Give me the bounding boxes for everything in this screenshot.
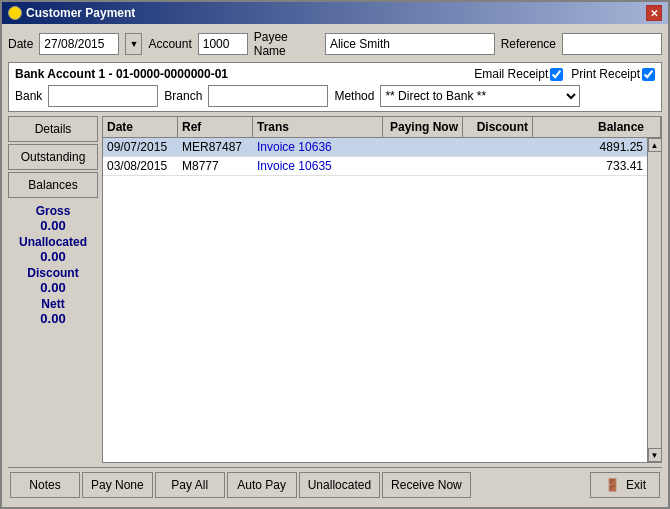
- table-body: 09/07/2015 MER87487 Invoice 10636 4891.2…: [103, 138, 647, 462]
- nett-label: Nett: [8, 297, 98, 311]
- scrollbar[interactable]: ▲ ▼: [647, 138, 661, 462]
- auto-pay-button[interactable]: Auto Pay: [227, 472, 297, 498]
- details-tab[interactable]: Details: [8, 116, 98, 142]
- col-date: Date: [103, 117, 178, 137]
- account-label: Account: [148, 37, 191, 51]
- gross-label: Gross: [8, 204, 98, 218]
- invoice-table: Date Ref Trans Paying Now Discount Balan…: [102, 116, 662, 463]
- receive-now-button[interactable]: Receive Now: [382, 472, 471, 498]
- cell-trans: Invoice 10636: [253, 138, 383, 156]
- gross-item: Gross 0.00: [8, 204, 98, 233]
- outstanding-tab[interactable]: Outstanding: [8, 144, 98, 170]
- cell-trans: Invoice 10635: [253, 157, 383, 175]
- cell-date: 09/07/2015: [103, 138, 178, 156]
- bank-receipts: Email Receipt Print Receipt: [474, 67, 655, 81]
- left-panel: Details Outstanding Balances Gross 0.00 …: [8, 116, 98, 463]
- main-content: Date ▼ Account Payee Name Reference Bank…: [2, 24, 668, 507]
- reference-label: Reference: [501, 37, 556, 51]
- print-receipt-checkbox[interactable]: [642, 68, 655, 81]
- bank-header-row: Bank Account 1 - 01-0000-0000000-01 Emai…: [15, 67, 655, 81]
- email-receipt-container: Email Receipt: [474, 67, 563, 81]
- print-receipt-label: Print Receipt: [571, 67, 640, 81]
- col-ref: Ref: [178, 117, 253, 137]
- cell-discount: [463, 157, 533, 175]
- unallocated-item: Unallocated 0.00: [8, 235, 98, 264]
- exit-icon: 🚪: [604, 476, 622, 494]
- reference-input[interactable]: [562, 33, 662, 55]
- bottom-bar: Notes Pay None Pay All Auto Pay Unalloca…: [8, 467, 662, 501]
- balances-tab[interactable]: Balances: [8, 172, 98, 198]
- top-row: Date ▼ Account Payee Name Reference: [8, 30, 662, 58]
- pay-none-button[interactable]: Pay None: [82, 472, 153, 498]
- exit-button[interactable]: 🚪 Exit: [590, 472, 660, 498]
- cell-balance: 4891.25: [533, 138, 647, 156]
- method-select[interactable]: ** Direct to Bank **: [380, 85, 580, 107]
- discount-value: 0.00: [8, 280, 98, 295]
- cell-paying: [383, 138, 463, 156]
- scroll-down[interactable]: ▼: [648, 448, 662, 462]
- window-title: Customer Payment: [26, 6, 135, 20]
- cell-discount: [463, 138, 533, 156]
- date-picker-button[interactable]: ▼: [125, 33, 142, 55]
- gross-value: 0.00: [8, 218, 98, 233]
- email-receipt-checkbox[interactable]: [550, 68, 563, 81]
- unallocated-label: Unallocated: [8, 235, 98, 249]
- date-label: Date: [8, 37, 33, 51]
- payee-input[interactable]: [325, 33, 495, 55]
- summary-panel: Gross 0.00 Unallocated 0.00 Discount 0.0…: [8, 204, 98, 326]
- exit-label: Exit: [626, 478, 646, 492]
- nett-item: Nett 0.00: [8, 297, 98, 326]
- col-trans: Trans: [253, 117, 383, 137]
- branch-input[interactable]: [208, 85, 328, 107]
- bank-fields-row: Bank Branch Method ** Direct to Bank **: [15, 85, 655, 107]
- main-area: Details Outstanding Balances Gross 0.00 …: [8, 116, 662, 463]
- unallocated-value: 0.00: [8, 249, 98, 264]
- cell-ref: M8777: [178, 157, 253, 175]
- bank-label: Bank: [15, 89, 42, 103]
- customer-payment-window: Customer Payment ✕ Date ▼ Account Payee …: [0, 0, 670, 509]
- branch-label: Branch: [164, 89, 202, 103]
- table-header: Date Ref Trans Paying Now Discount Balan…: [103, 117, 661, 138]
- col-balance: Balance: [533, 117, 661, 137]
- scroll-up[interactable]: ▲: [648, 138, 662, 152]
- payee-label: Payee Name: [254, 30, 319, 58]
- discount-item: Discount 0.00: [8, 266, 98, 295]
- email-receipt-label: Email Receipt: [474, 67, 548, 81]
- method-label: Method: [334, 89, 374, 103]
- print-receipt-container: Print Receipt: [571, 67, 655, 81]
- bank-title: Bank Account 1 - 01-0000-0000000-01: [15, 67, 228, 81]
- cell-balance: 733.41: [533, 157, 647, 175]
- title-bar-left: Customer Payment: [8, 6, 135, 20]
- cell-ref: MER87487: [178, 138, 253, 156]
- bank-section: Bank Account 1 - 01-0000-0000000-01 Emai…: [8, 62, 662, 112]
- table-row[interactable]: 09/07/2015 MER87487 Invoice 10636 4891.2…: [103, 138, 647, 157]
- account-input[interactable]: [198, 33, 248, 55]
- col-paying: Paying Now: [383, 117, 463, 137]
- cell-date: 03/08/2015: [103, 157, 178, 175]
- pay-all-button[interactable]: Pay All: [155, 472, 225, 498]
- col-discount: Discount: [463, 117, 533, 137]
- title-bar: Customer Payment ✕: [2, 2, 668, 24]
- close-button[interactable]: ✕: [646, 5, 662, 21]
- cell-paying: [383, 157, 463, 175]
- bank-input[interactable]: [48, 85, 158, 107]
- nett-value: 0.00: [8, 311, 98, 326]
- discount-label: Discount: [8, 266, 98, 280]
- unallocated-button[interactable]: Unallocated: [299, 472, 380, 498]
- date-input[interactable]: [39, 33, 119, 55]
- window-icon: [8, 6, 22, 20]
- notes-button[interactable]: Notes: [10, 472, 80, 498]
- table-row[interactable]: 03/08/2015 M8777 Invoice 10635 733.41: [103, 157, 647, 176]
